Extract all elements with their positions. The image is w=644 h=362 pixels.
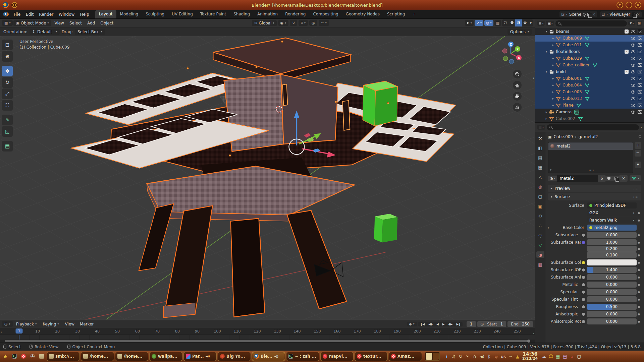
transform-orientation-dropdown[interactable]: ⊕ Global ▾	[252, 20, 277, 26]
disable-render-toggle[interactable]	[638, 104, 642, 107]
value-slider[interactable]: 0.000	[587, 274, 637, 280]
workspace-tab[interactable]: Shading	[230, 10, 254, 18]
disable-render-toggle[interactable]	[638, 83, 642, 87]
properties-editor-type-button[interactable]: ☰ ▾	[537, 125, 545, 130]
workspace-tab[interactable]: Sculpting	[142, 10, 168, 18]
tray-icon[interactable]: ᛒ	[487, 354, 491, 359]
tray-icon[interactable]: ≈	[508, 354, 513, 359]
timeline-expand-handle[interactable]: ›	[1, 330, 2, 334]
timeline-scrollbar[interactable]	[0, 340, 535, 343]
hide-eye-toggle[interactable]	[631, 44, 635, 47]
grid-perspective-button[interactable]	[513, 103, 522, 112]
taskbar-window-button[interactable]: Big Yo... ◄))	[218, 352, 251, 361]
menu-item[interactable]: Help	[77, 11, 92, 18]
properties-tab[interactable]: ▤	[536, 154, 544, 161]
hide-eye-toggle[interactable]	[631, 84, 635, 87]
clock[interactable]: 14:36 2/23/24	[522, 352, 538, 361]
expander-icon[interactable]: ▾	[544, 30, 549, 33]
transform-tool[interactable]: ⛶	[2, 100, 13, 111]
solid-shading-icon[interactable]: ●	[509, 19, 516, 26]
properties-tab[interactable]: ◌	[536, 232, 544, 239]
taskbar-window-button[interactable]: >_ ~ : zsh ... ◄))	[286, 352, 319, 361]
expander-icon[interactable]: ▸	[551, 104, 555, 107]
hide-eye-toggle[interactable]	[631, 77, 635, 80]
animate-dot[interactable]: ●	[637, 261, 641, 264]
value-slider[interactable]: 0.500	[587, 304, 637, 310]
properties-tab[interactable]: ▩	[536, 261, 544, 268]
drag-dropdown[interactable]: Select Box ▾	[75, 29, 105, 35]
animate-dot[interactable]: ●	[637, 276, 641, 279]
hide-eye-toggle[interactable]	[631, 111, 635, 114]
workspace-tab[interactable]: Rendering	[281, 10, 309, 18]
workspace-tab[interactable]: Animation	[254, 10, 281, 18]
animate-dot[interactable]: ●	[637, 313, 641, 316]
new-collection-button[interactable]: ⊞	[637, 21, 642, 26]
properties-tab[interactable]: ⚙	[536, 213, 544, 219]
outliner-item-name[interactable]: Cube.029	[562, 56, 582, 61]
outliner-item-name[interactable]: Cube.009	[562, 36, 582, 41]
outliner-item-name[interactable]: Cube.001	[562, 76, 582, 81]
hide-eye-toggle[interactable]	[631, 37, 635, 40]
blender-menu-icon[interactable]	[3, 12, 9, 16]
taskbar-window-button[interactable]: V Amaz... ◄))	[389, 352, 422, 361]
outliner-item-name[interactable]: Cube.013	[562, 96, 582, 101]
disable-render-toggle[interactable]	[638, 110, 642, 114]
playback-button[interactable]: ▶	[440, 322, 446, 326]
camera-view-button[interactable]	[513, 92, 522, 101]
properties-tab[interactable]: ◧	[536, 144, 544, 151]
disable-render-toggle[interactable]	[638, 77, 642, 80]
workspace-tab[interactable]: +	[409, 10, 419, 18]
workspace-tab[interactable]: Layout	[95, 10, 116, 18]
outliner-row[interactable]: ▸ Cube.013 ✓	[535, 95, 644, 102]
outliner-row[interactable]: ▸ Cube.011 ✓	[535, 42, 644, 48]
outliner-item-name[interactable]: build	[556, 69, 566, 74]
orientation-dropdown[interactable]: ↕ Default ▾	[30, 29, 60, 35]
timeline-menu[interactable]: Playback▾	[13, 321, 40, 327]
shader-node-button[interactable]: Principled BSDF	[587, 202, 637, 208]
tray-icon[interactable]: ℹ	[444, 354, 449, 359]
outliner-item-name[interactable]: Plane	[562, 103, 574, 108]
playback-button[interactable]: ◀	[434, 322, 440, 326]
outliner-row[interactable]: ▾ build ✓	[535, 68, 644, 75]
end-frame-field[interactable]: End250	[507, 321, 533, 327]
timeline-ruler[interactable]: 1020304050607080901001101201301401501601…	[0, 328, 535, 335]
workspace-pager[interactable]	[425, 352, 440, 361]
chevron-down-icon[interactable]: ▾	[641, 126, 642, 129]
disable-render-toggle[interactable]	[638, 37, 642, 40]
current-frame-indicator[interactable]: 1	[16, 328, 23, 334]
outliner-item-name[interactable]: Cube.005	[562, 89, 582, 94]
properties-tab[interactable]: ▢	[536, 193, 544, 200]
pager-desktop-2[interactable]	[433, 353, 439, 360]
outliner-item-name[interactable]: Cube.004	[562, 83, 582, 87]
selectability-dropdown[interactable]: ➤ ▾	[465, 20, 474, 26]
shade-button[interactable]: ▾	[616, 2, 623, 8]
expander-icon[interactable]: ▸	[551, 77, 555, 80]
menu-item[interactable]: Window	[56, 11, 77, 18]
properties-tab[interactable]: ▦	[536, 164, 544, 171]
link-mode-button[interactable]: ▾	[630, 175, 641, 181]
playback-button[interactable]: ◀◆	[426, 322, 434, 326]
animate-dot[interactable]: ●	[637, 247, 641, 250]
remove-icon[interactable]: ×	[637, 12, 640, 17]
slot-expand-icon[interactable]: ▸	[550, 168, 552, 171]
menu-star-icon[interactable]: ★	[1, 352, 9, 360]
hide-eye-toggle[interactable]	[631, 70, 635, 73]
timeline-editor[interactable]: ◷ ▾ Playback▾ Keying▾	[0, 320, 535, 343]
disable-render-toggle[interactable]	[638, 30, 642, 33]
outliner-row[interactable]: ▸ Cube.001 ✓	[535, 75, 644, 82]
timeline-tracks[interactable]	[0, 335, 535, 340]
taskbar-window-button[interactable]: Ble... ◄))	[252, 352, 285, 361]
tray-icon[interactable]: ☁	[541, 354, 546, 359]
overlays-toggle[interactable]: ◍ ▾	[484, 20, 493, 26]
outliner-row[interactable]: ▸ Cube.029 ✓	[535, 55, 644, 62]
hide-eye-toggle[interactable]	[631, 104, 635, 107]
tray-icon[interactable]: ✂	[465, 354, 470, 359]
expander-icon[interactable]: ▸	[544, 117, 549, 120]
tray-icon[interactable]: ☺	[548, 354, 553, 359]
tray-icon[interactable]: a	[570, 354, 574, 359]
outliner-row[interactable]: ▸ Camera ✓	[535, 109, 644, 115]
taskbar-window-button[interactable]: wallpa... ◄))	[149, 352, 182, 361]
copy-icon[interactable]	[632, 13, 635, 16]
media-player-launcher-icon[interactable]: ✇	[29, 352, 37, 360]
properties-tab[interactable]: △	[536, 174, 544, 180]
